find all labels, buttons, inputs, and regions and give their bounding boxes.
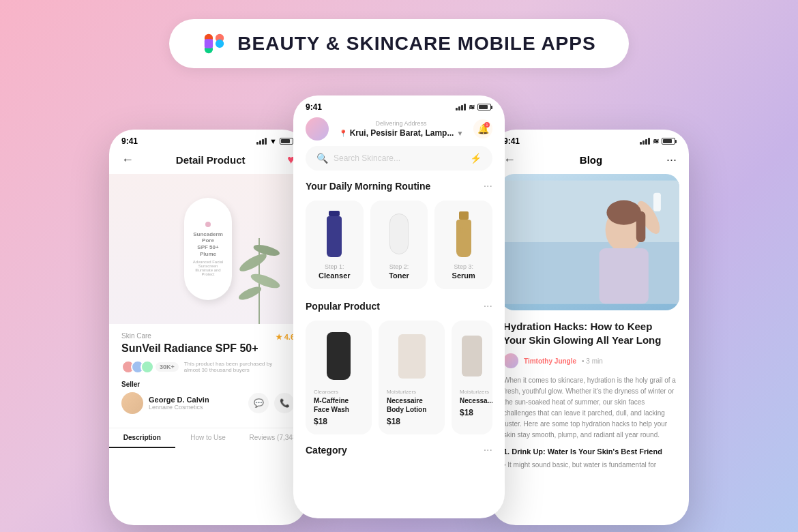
product-card-moisturizer[interactable]: Moisturizers Necessa... $18 [452, 321, 492, 434]
header-title: BEAUTY & SKINCARE MOBILE APPS [237, 33, 595, 55]
serum-name: Serum [443, 271, 484, 280]
search-input[interactable]: Search Skincare... [334, 153, 464, 163]
routine-title: Your Daily Morning Routine [306, 181, 430, 192]
read-time: • 3 min [582, 357, 603, 365]
tab-how-to-use[interactable]: How to Use [175, 428, 241, 448]
signal-bars [456, 104, 466, 110]
product-cards: Cleansers M-Caffeine Face Wash $18 Moist… [293, 321, 505, 444]
category-more-button[interactable]: ··· [484, 444, 492, 456]
filter-icon[interactable]: ⚡ [470, 153, 482, 164]
product-name: SunVeil Radiance SPF 50+ [121, 342, 295, 355]
center-status-bar: 9:41 ≋ [293, 95, 505, 115]
left-tabs: Description How to Use Reviews (7,348) [109, 428, 307, 448]
rating-badge: ★ 4.6 [276, 333, 295, 342]
routine-cards-container: Step 1: Cleanser Step 2: Toner [293, 201, 505, 300]
popular-section-header: Popular Product ··· [293, 300, 505, 321]
blog-article-title: Hydration Hacks: How to Keep Your Skin G… [503, 320, 677, 346]
svg-rect-4 [205, 39, 213, 48]
svg-rect-13 [600, 248, 649, 304]
buyer-avatars [121, 360, 150, 374]
product-buyers: 30K+ This product has been purchased by … [121, 360, 295, 374]
product-cards-container: Cleansers M-Caffeine Face Wash $18 Moist… [293, 321, 505, 444]
routine-section-header: Your Daily Morning Routine ··· [293, 180, 505, 201]
svg-rect-15 [653, 193, 661, 211]
left-status-icons: ▼ [256, 137, 295, 145]
blog-hero-image [501, 174, 679, 310]
back-button[interactable]: ← [121, 153, 134, 167]
right-time: 9:41 [503, 136, 520, 146]
blog-more-button[interactable]: ··· [666, 153, 677, 167]
figma-icon [202, 31, 226, 56]
toner-step: Step 2: [379, 263, 420, 270]
svg-point-6 [237, 251, 269, 275]
search-icon: 🔍 [316, 153, 328, 164]
bottle-label: Advanced Facial SunscreenIlluminate and … [190, 260, 226, 276]
toner-bottle [389, 213, 409, 254]
serum-bottle: MF [456, 220, 471, 257]
lotion-name: Necessaire Body Lotion [387, 396, 437, 414]
delivering-label: Delivering Address [329, 120, 473, 127]
blog-author-row: Timtothy Jungle • 3 min [503, 353, 677, 368]
category-section-header: Category ··· [293, 444, 505, 464]
cleanser-name: Cleanser [314, 271, 355, 280]
svg-point-3 [216, 40, 224, 48]
location-row: 📍 Krui, Pesisir Barat, Lamp... ▼ [329, 128, 473, 138]
blog-body-text: When it comes to skincare, hydration is … [503, 375, 677, 441]
location-text: Krui, Pesisir Barat, Lamp... [350, 128, 454, 138]
svg-point-16 [606, 201, 641, 225]
right-status-bar: 9:41 ≋ [491, 130, 689, 149]
routine-card-serum[interactable]: MF Step 3: Serum [434, 201, 492, 289]
buyer-desc: This product has been purchased by almos… [184, 361, 280, 373]
bottle-logo: SuncadermPoreSPF 50+ Plume [190, 231, 226, 257]
serum-image: MF [443, 210, 484, 258]
routine-card-cleanser[interactable]: Step 1: Cleanser [306, 201, 364, 289]
lotion-tube [398, 334, 426, 379]
tab-description[interactable]: Description [109, 428, 175, 448]
routine-more-button[interactable]: ··· [484, 180, 492, 192]
right-header: ← Blog ··· [491, 149, 689, 174]
battery-icon [662, 138, 677, 145]
left-phone: 9:41 ▼ ← Detail Product ♥ [109, 130, 307, 525]
lotion-image [387, 329, 437, 383]
svg-rect-17 [636, 211, 646, 242]
popular-more-button[interactable]: ··· [484, 300, 492, 312]
avatar [141, 360, 154, 374]
blog-title-header: Blog [580, 154, 602, 166]
center-time: 9:41 [306, 102, 322, 112]
toner-name: Toner [379, 271, 420, 280]
notification-button[interactable]: 🔔 1 [473, 119, 492, 138]
product-card-facewash[interactable]: Cleansers M-Caffeine Face Wash $18 [306, 321, 372, 434]
message-button[interactable]: 💬 [248, 393, 269, 413]
facewash-image [314, 329, 364, 383]
facewash-name: M-Caffeine Face Wash [314, 396, 364, 414]
address-block: Delivering Address 📍 Krui, Pesisir Barat… [329, 120, 473, 138]
moisturizer-name: Necessa... [460, 396, 484, 405]
toner-image [379, 210, 420, 258]
notification-dot: 1 [484, 122, 490, 128]
routine-card-toner[interactable]: Step 2: Toner [370, 201, 428, 289]
blog-back-button[interactable]: ← [503, 153, 516, 167]
product-category: Skin Care [121, 332, 151, 340]
buyer-count: 30K+ [156, 362, 179, 372]
cleanser-bottle [327, 216, 342, 257]
center-top-row: Delivering Address 📍 Krui, Pesisir Barat… [293, 115, 505, 146]
user-avatar [306, 117, 329, 141]
seller-store: Lennaire Cosmetics [149, 404, 248, 411]
chevron-down-icon[interactable]: ▼ [456, 130, 463, 137]
facewash-price: $18 [314, 417, 364, 426]
author-avatar [503, 353, 518, 368]
author-name[interactable]: Timtothy Jungle [524, 357, 576, 365]
mf-label: MF [456, 220, 471, 234]
svg-rect-11 [501, 242, 679, 304]
search-bar[interactable]: 🔍 Search Skincare... ⚡ [306, 146, 492, 171]
product-card-lotion[interactable]: Moisturizers Necessaire Body Lotion $18 [379, 321, 445, 434]
phone-button[interactable]: 📞 [274, 393, 295, 413]
hero-svg [501, 174, 679, 310]
left-time: 9:41 [121, 136, 138, 146]
plant-decoration [232, 201, 286, 324]
header-banner: BEAUTY & SKINCARE MOBILE APPS [169, 19, 628, 68]
blog-bullet-point: • It might sound basic, but water is fun… [503, 460, 677, 471]
battery-icon [280, 138, 295, 145]
popular-title: Popular Product [306, 301, 380, 312]
moisturizer-price: $18 [460, 408, 484, 417]
